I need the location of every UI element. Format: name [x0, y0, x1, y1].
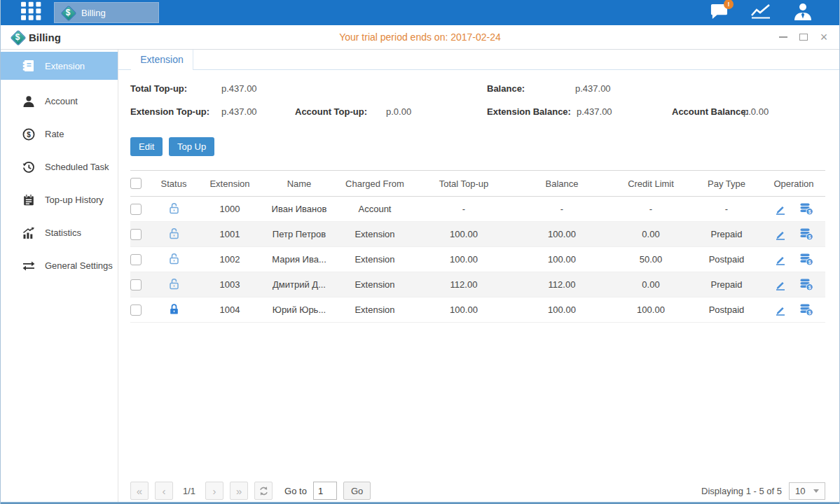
scheduled-task-icon	[22, 161, 36, 174]
last-page-button[interactable]: »	[230, 482, 248, 500]
cell-charged-from: Account	[335, 204, 415, 214]
user-button[interactable]	[793, 2, 813, 23]
cell-total-topup: 112.00	[415, 279, 513, 290]
table-row: 1003 Дмитрий Д... Extension 112.00 112.0…	[130, 272, 825, 298]
col-pay-type: Pay Type	[691, 178, 762, 189]
chevron-down-icon	[813, 489, 819, 493]
main-content: Extension Total Top-up: p.437.00 Balance…	[118, 50, 839, 502]
messages-button[interactable]: !	[708, 3, 729, 23]
page-size-select[interactable]: 10	[789, 482, 825, 500]
extension-topup-label: Extension Top-up:	[130, 106, 209, 117]
tab-extension[interactable]: Extension	[131, 50, 193, 70]
svg-text:$: $	[808, 285, 811, 290]
edit-row-icon[interactable]	[774, 227, 787, 241]
statistics-icon	[22, 227, 36, 239]
edit-row-icon[interactable]	[774, 303, 787, 316]
topup-row-icon[interactable]: $	[799, 253, 813, 266]
top-up-button[interactable]: Top Up	[169, 137, 214, 156]
goto-label: Go to	[284, 486, 307, 496]
page-size-value: 10	[795, 486, 805, 496]
cell-balance: 100.00	[513, 229, 611, 239]
lock-open-icon	[168, 227, 180, 241]
topup-row-icon[interactable]: $	[799, 303, 813, 316]
maximize-button[interactable]	[798, 31, 809, 43]
cell-name: Иван Иванов	[263, 204, 335, 214]
sidebar-item-label: Scheduled Task	[45, 162, 109, 172]
billing-window-icon: $	[10, 29, 25, 45]
edit-button[interactable]: Edit	[130, 137, 163, 156]
select-all-checkbox[interactable]	[130, 178, 142, 189]
extension-balance-label: Extension Balance:	[487, 106, 571, 117]
row-checkbox[interactable]	[130, 204, 142, 215]
apps-grid-icon	[20, 1, 43, 24]
cell-name: Мария Ива...	[263, 254, 335, 265]
sidebar-item-statistics[interactable]: Statistics	[1, 216, 118, 249]
balance-value: p.437.00	[575, 83, 611, 94]
first-page-button[interactable]: «	[130, 482, 149, 500]
table-row: 1001 Петр Петров Extension 100.00 100.00…	[130, 222, 825, 247]
apps-grid-button[interactable]	[20, 1, 43, 24]
account-topup-label: Account Top-up:	[295, 106, 367, 117]
sidebar-item-extension[interactable]: Extension	[1, 52, 118, 80]
cell-total-topup: 100.00	[415, 304, 513, 315]
notification-badge: !	[724, 0, 734, 9]
svg-text:$: $	[808, 260, 811, 265]
sidebar-item-rate[interactable]: $ Rate	[1, 118, 118, 150]
cell-charged-from: Extension	[335, 229, 415, 239]
go-button[interactable]: Go	[343, 482, 371, 500]
edit-row-icon[interactable]	[774, 202, 787, 216]
topup-row-icon[interactable]: $	[799, 278, 813, 291]
close-button[interactable]: ×	[818, 31, 829, 43]
row-checkbox[interactable]	[130, 279, 142, 290]
next-page-button[interactable]: ›	[205, 482, 223, 500]
lock-closed-icon	[168, 303, 180, 317]
lock-open-icon	[168, 202, 180, 216]
account-balance-value: p.0.00	[743, 106, 769, 117]
minimize-button[interactable]	[778, 31, 789, 43]
sidebar-item-account[interactable]: Account	[1, 85, 118, 118]
edit-row-icon[interactable]	[774, 253, 787, 266]
sidebar-item-label: General Settings	[45, 260, 113, 271]
billing-app-icon: $	[60, 5, 76, 20]
window-titlebar: $ Billing Your trial period ends on: 201…	[1, 25, 839, 50]
extension-topup-value: p.437.00	[221, 106, 257, 117]
displaying-text: Displaying 1 - 5 of 5	[701, 486, 782, 496]
balance-label: Balance:	[487, 83, 525, 94]
sidebar-item-general-settings[interactable]: General Settings	[1, 249, 118, 282]
cell-total-topup: -	[415, 204, 513, 214]
edit-row-icon[interactable]	[774, 278, 787, 291]
topup-row-icon[interactable]: $	[799, 202, 813, 216]
refresh-button[interactable]	[254, 482, 273, 500]
sidebar-item-topup-history[interactable]: Top-up History	[1, 183, 118, 216]
svg-text:$: $	[808, 234, 811, 240]
row-checkbox[interactable]	[130, 304, 142, 316]
sidebar-item-label: Top-up History	[45, 195, 104, 205]
goto-page-input[interactable]	[313, 482, 337, 500]
cell-total-topup: 100.00	[415, 229, 513, 239]
total-topup-value: p.437.00	[221, 83, 257, 94]
sidebar-item-scheduled-task[interactable]: Scheduled Task	[1, 150, 118, 183]
table-header: Status Extension Name Charged From Total…	[130, 170, 825, 197]
cell-extension: 1003	[196, 279, 263, 290]
cell-name: Петр Петров	[263, 229, 335, 239]
row-checkbox[interactable]	[130, 254, 142, 265]
cell-pay-type: Postpaid	[691, 304, 762, 315]
trial-notice: Your trial period ends on: 2017-02-24	[1, 31, 839, 43]
cell-charged-from: Extension	[335, 254, 415, 265]
topup-row-icon[interactable]: $	[799, 227, 813, 241]
col-charged-from: Charged From	[335, 178, 415, 189]
window-controls: ×	[778, 31, 829, 43]
sidebar-item-label: Rate	[45, 129, 64, 139]
cell-extension: 1000	[196, 204, 263, 214]
cell-credit-limit: -	[611, 204, 691, 214]
table-row: 1004 Юрий Юрь... Extension 100.00 100.00…	[130, 298, 825, 323]
user-icon	[793, 2, 813, 23]
prev-page-button[interactable]: ‹	[155, 482, 173, 500]
row-checkbox[interactable]	[130, 229, 142, 240]
monitor-button[interactable]	[750, 2, 772, 23]
account-icon	[22, 95, 36, 108]
svg-text:$: $	[27, 130, 31, 138]
sidebar-item-label: Statistics	[45, 227, 81, 238]
taskbar-tab-billing[interactable]: $ Billing	[54, 2, 159, 23]
cell-name: Юрий Юрь...	[263, 304, 335, 315]
